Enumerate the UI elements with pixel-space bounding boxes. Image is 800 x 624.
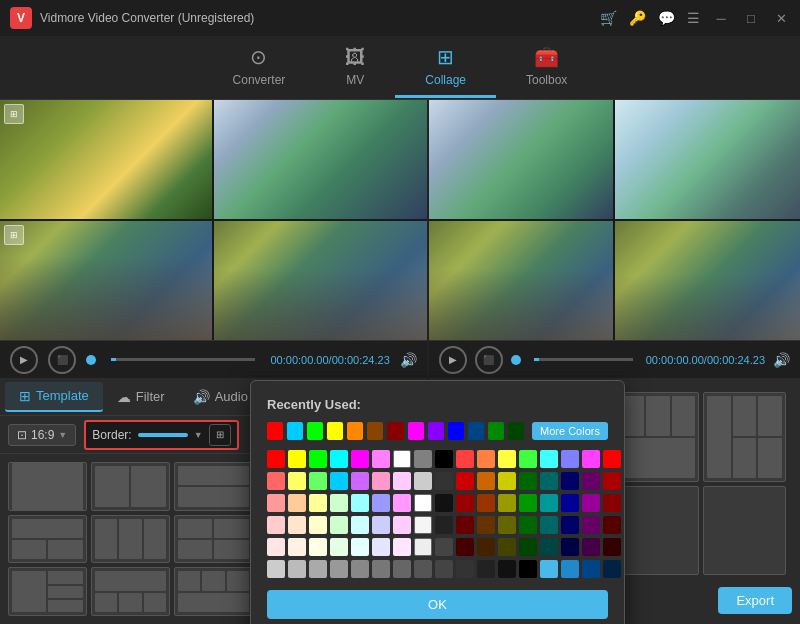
right-tmpl-7[interactable] — [616, 486, 699, 576]
swatch[interactable] — [267, 538, 285, 556]
preview-cell-4[interactable] — [214, 221, 426, 340]
swatch[interactable] — [267, 494, 285, 512]
swatch[interactable] — [372, 538, 390, 556]
stop-button[interactable]: ⬛ — [48, 346, 76, 374]
swatch[interactable] — [414, 516, 432, 534]
swatch[interactable] — [309, 472, 327, 490]
export-button[interactable]: Export — [718, 587, 792, 614]
recent-color-8[interactable] — [408, 422, 424, 440]
swatch[interactable] — [351, 494, 369, 512]
preview-cell-2[interactable]: ⊞ — [0, 221, 212, 340]
swatch[interactable] — [288, 450, 306, 468]
swatch[interactable] — [330, 450, 348, 468]
template-item-6[interactable] — [8, 515, 87, 564]
swatch[interactable] — [477, 560, 495, 578]
right-tmpl-3[interactable] — [616, 392, 699, 482]
recent-color-11[interactable] — [468, 422, 484, 440]
swatch[interactable] — [582, 538, 600, 556]
swatch[interactable] — [435, 560, 453, 578]
swatch[interactable] — [540, 494, 558, 512]
recent-color-9[interactable] — [428, 422, 444, 440]
maximize-button[interactable]: □ — [742, 9, 760, 27]
swatch[interactable] — [540, 538, 558, 556]
swatch[interactable] — [519, 516, 537, 534]
swatch[interactable] — [267, 560, 285, 578]
right-tmpl-4[interactable] — [703, 392, 786, 482]
swatch[interactable] — [561, 472, 579, 490]
swatch[interactable] — [351, 538, 369, 556]
swatch[interactable] — [477, 494, 495, 512]
right-cell-3[interactable] — [429, 221, 614, 340]
swatch[interactable] — [372, 560, 390, 578]
swatch[interactable] — [561, 516, 579, 534]
swatch[interactable] — [561, 560, 579, 578]
swatch[interactable] — [414, 472, 432, 490]
more-colors-button[interactable]: More Colors — [532, 422, 608, 440]
swatch[interactable] — [603, 450, 621, 468]
swatch[interactable] — [372, 516, 390, 534]
swatch[interactable] — [519, 560, 537, 578]
swatch[interactable] — [498, 450, 516, 468]
swatch[interactable] — [351, 472, 369, 490]
swatch[interactable] — [498, 538, 516, 556]
tab-filter[interactable]: ☁ Filter — [103, 383, 179, 411]
swatch[interactable] — [435, 516, 453, 534]
template-item-8[interactable] — [174, 515, 253, 564]
template-item-13[interactable] — [174, 567, 253, 616]
drag-handle-2[interactable]: ⊞ — [4, 225, 24, 245]
template-item-11[interactable] — [8, 567, 87, 616]
swatch[interactable] — [372, 494, 390, 512]
swatch[interactable] — [477, 538, 495, 556]
swatch[interactable] — [414, 494, 432, 512]
tab-mv[interactable]: 🖼 MV — [315, 38, 395, 98]
template-item-2[interactable] — [91, 462, 170, 511]
tab-collage[interactable]: ⊞ Collage — [395, 37, 496, 98]
swatch[interactable] — [477, 516, 495, 534]
swatch[interactable] — [540, 516, 558, 534]
swatch[interactable] — [603, 516, 621, 534]
swatch[interactable] — [309, 538, 327, 556]
volume-icon[interactable]: 🔊 — [400, 352, 417, 368]
recent-color-13[interactable] — [508, 422, 524, 440]
swatch[interactable] — [414, 450, 432, 468]
swatch[interactable] — [309, 560, 327, 578]
recent-color-6[interactable] — [367, 422, 383, 440]
swatch[interactable] — [582, 560, 600, 578]
ok-button[interactable]: OK — [267, 590, 608, 619]
swatch[interactable] — [309, 450, 327, 468]
swatch[interactable] — [582, 494, 600, 512]
swatch[interactable] — [603, 560, 621, 578]
swatch[interactable] — [582, 450, 600, 468]
swatch[interactable] — [330, 538, 348, 556]
border-slider[interactable] — [138, 433, 188, 437]
tab-converter[interactable]: ⊙ Converter — [203, 37, 316, 98]
key-icon[interactable]: 🔑 — [629, 10, 646, 26]
swatch[interactable] — [330, 472, 348, 490]
swatch[interactable] — [498, 516, 516, 534]
swatch[interactable] — [414, 560, 432, 578]
swatch[interactable] — [267, 450, 285, 468]
swatch[interactable] — [351, 450, 369, 468]
tab-toolbox[interactable]: 🧰 Toolbox — [496, 37, 597, 98]
aspect-ratio-button[interactable]: ⊡ 16:9 ▼ — [8, 424, 76, 446]
swatch[interactable] — [540, 450, 558, 468]
swatch[interactable] — [561, 494, 579, 512]
template-item-7[interactable] — [91, 515, 170, 564]
swatch[interactable] — [477, 472, 495, 490]
template-item-3[interactable] — [174, 462, 253, 511]
swatch[interactable] — [435, 494, 453, 512]
swatch[interactable] — [519, 538, 537, 556]
swatch[interactable] — [309, 494, 327, 512]
close-button[interactable]: ✕ — [772, 9, 790, 27]
swatch[interactable] — [309, 516, 327, 534]
right-cell-1[interactable] — [429, 100, 614, 219]
swatch[interactable] — [288, 538, 306, 556]
swatch[interactable] — [456, 450, 474, 468]
recent-color-12[interactable] — [488, 422, 504, 440]
right-volume-icon[interactable]: 🔊 — [773, 352, 790, 368]
right-stop-button[interactable]: ⬛ — [475, 346, 503, 374]
recent-color-2[interactable] — [287, 422, 303, 440]
right-cell-2[interactable] — [615, 100, 800, 219]
recent-color-5[interactable] — [347, 422, 363, 440]
swatch[interactable] — [351, 516, 369, 534]
